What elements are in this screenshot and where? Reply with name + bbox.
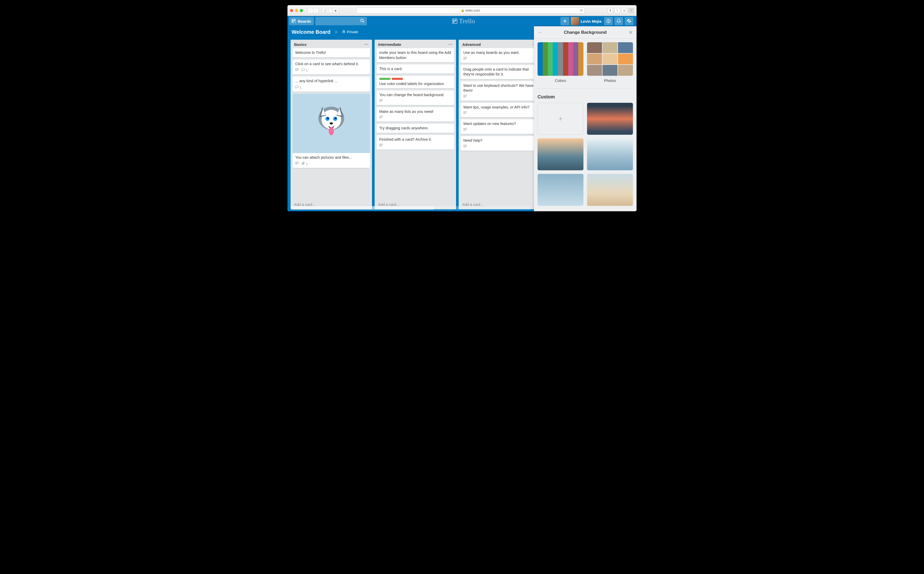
custom-section-title: Custom (537, 92, 633, 103)
svg-point-17 (327, 117, 329, 119)
info-icon: ⓘ (607, 19, 611, 24)
photos-tile[interactable] (587, 42, 633, 76)
custom-background-tile[interactable] (537, 174, 583, 206)
colors-label: Colors (537, 76, 583, 87)
close-window-button[interactable] (290, 9, 293, 12)
board-menu-drawer: ← Change Background ✕ Colors Photos (534, 26, 637, 211)
description-icon (463, 57, 467, 61)
back-button[interactable]: ‹ (308, 8, 313, 13)
colors-tile[interactable] (537, 42, 583, 76)
list-title[interactable]: Intermediate (378, 42, 401, 47)
comments-badge: 1 (295, 85, 302, 90)
user-name[interactable]: Levin Mejia (581, 19, 602, 24)
card[interactable]: Want to use keyboard shortcuts? We have … (461, 81, 538, 101)
card-title: Need help? (463, 138, 535, 143)
grid-button[interactable]: ⋮⋮ (328, 8, 333, 13)
card-title: Drag people onto a card to indicate that… (463, 67, 535, 77)
card[interactable]: Invite your team to this board using the… (377, 48, 454, 62)
lock-icon (342, 30, 346, 34)
comments-badge: 1 (302, 68, 308, 73)
card-title: Want updates on new features? (463, 121, 535, 126)
card-badges (463, 128, 535, 132)
list-menu-button[interactable]: ••• (449, 43, 452, 46)
card[interactable]: Make as many lists as you need! (377, 107, 454, 122)
custom-background-tile[interactable] (537, 138, 583, 170)
browser-toolbar: ‹ › ◫ ⋮⋮ ◐ 🔒 trello.com ⟳ ⬇ ⇪ ⧉ + (287, 5, 637, 16)
card[interactable]: This is a card. (377, 65, 454, 74)
card[interactable]: Finished with a card? Archive it. (377, 135, 454, 150)
svg-point-18 (335, 117, 336, 119)
user-avatar[interactable] (571, 17, 579, 25)
card[interactable]: Click on a card to see what's behind it.… (292, 60, 370, 75)
tabs-button[interactable]: ⧉ (621, 8, 627, 13)
add-custom-background[interactable]: + (537, 103, 583, 135)
card-title: Want to use keyboard shortcuts? We have … (463, 83, 535, 93)
svg-line-4 (363, 21, 364, 22)
description-icon (463, 145, 467, 149)
svg-point-19 (330, 122, 333, 125)
settings-button[interactable] (625, 17, 633, 25)
card[interactable]: Want tips, usage examples, or API info? (461, 103, 538, 117)
drawer-title: Change Background (564, 30, 607, 35)
card[interactable]: Use color-coded labels for organization (377, 76, 454, 88)
card[interactable]: Try dragging cards anywhere. (377, 124, 454, 133)
visibility-button[interactable]: Private (342, 30, 359, 34)
card[interactable]: Want updates on new features? (461, 119, 538, 134)
forward-button[interactable]: › (313, 8, 319, 13)
description-icon (379, 99, 383, 103)
custom-background-tile[interactable] (587, 174, 633, 206)
card-badges: 1 (295, 68, 367, 73)
horizontal-scrollbar[interactable] (291, 206, 531, 210)
bell-icon (616, 19, 621, 24)
list-title[interactable]: Basics (294, 42, 306, 47)
drawer-close-button[interactable]: ✕ (629, 29, 633, 36)
info-button[interactable]: ⓘ (604, 17, 613, 25)
boards-label: Boards (298, 19, 311, 24)
share-button[interactable]: ⇪ (614, 8, 620, 13)
card[interactable]: You can change the board background. (377, 90, 454, 105)
drawer-back-button[interactable]: ← (537, 29, 543, 35)
card-title: Want tips, usage examples, or API info? (463, 105, 535, 110)
custom-background-tile[interactable] (587, 138, 633, 170)
card-badges (463, 145, 535, 149)
star-icon: ☆ (335, 30, 338, 34)
list: Advanced•••Use as many boards as you wan… (459, 40, 540, 209)
reload-icon[interactable]: ⟳ (580, 8, 583, 13)
card[interactable]: You can attach pictures and files... 1 (292, 94, 370, 168)
card-title: You can change the board background. (379, 93, 452, 98)
card[interactable]: Welcome to Trello! (292, 48, 370, 57)
address-bar[interactable]: 🔒 trello.com ⟳ (356, 8, 585, 14)
card[interactable]: Drag people onto a card to indicate that… (461, 65, 538, 79)
maximize-window-button[interactable] (300, 9, 303, 12)
card-title: You can attach pictures and files... (295, 155, 367, 160)
svg-rect-2 (294, 20, 295, 21)
card-label[interactable] (392, 78, 403, 80)
new-tab-button[interactable]: + (628, 8, 634, 13)
card-label[interactable] (379, 78, 390, 80)
sidebar-toggle[interactable]: ◫ (322, 8, 328, 13)
minimize-window-button[interactable] (295, 9, 298, 12)
adblock-button[interactable]: ◐ (333, 8, 339, 13)
list-menu-button[interactable]: ••• (364, 43, 368, 46)
list-title[interactable]: Advanced (462, 42, 481, 47)
card[interactable]: ... any kind of hyperlink ... 1 (292, 77, 370, 92)
create-button[interactable]: + (561, 17, 569, 25)
boards-icon (292, 19, 296, 24)
card-badges (463, 95, 535, 99)
card-title: Try dragging cards anywhere. (379, 126, 452, 131)
card-title: Finished with a card? Archive it. (379, 137, 452, 142)
notifications-button[interactable] (614, 17, 623, 25)
search-input[interactable] (315, 17, 367, 25)
search-icon (360, 19, 364, 24)
card-badges (379, 116, 452, 120)
star-board-button[interactable]: ☆ (335, 30, 338, 34)
card[interactable]: Need help? (461, 136, 538, 151)
downloads-button[interactable]: ⬇ (607, 8, 613, 13)
plus-icon: + (563, 18, 566, 24)
svg-point-3 (361, 19, 363, 22)
trello-logo[interactable]: Trello (367, 17, 561, 25)
card[interactable]: Use as many boards as you want. (461, 48, 538, 63)
board-title[interactable]: Welcome Board (292, 29, 330, 35)
custom-background-tile[interactable] (587, 103, 633, 135)
boards-button[interactable]: Boards (289, 17, 314, 25)
